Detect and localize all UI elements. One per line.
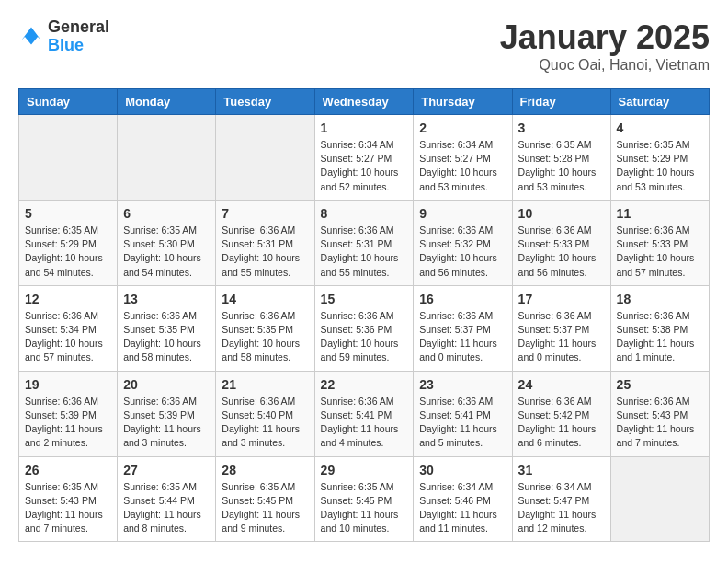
day-info: Sunrise: 6:35 AM Sunset: 5:45 PM Dayligh… xyxy=(321,480,408,536)
day-info: Sunrise: 6:34 AM Sunset: 5:27 PM Dayligh… xyxy=(321,138,408,194)
calendar-cell: 9Sunrise: 6:36 AM Sunset: 5:32 PM Daylig… xyxy=(414,200,512,285)
calendar-week-5: 26Sunrise: 6:35 AM Sunset: 5:43 PM Dayli… xyxy=(19,456,710,542)
day-info: Sunrise: 6:36 AM Sunset: 5:37 PM Dayligh… xyxy=(518,309,605,365)
column-header-friday: Friday xyxy=(512,89,610,115)
day-info: Sunrise: 6:35 AM Sunset: 5:44 PM Dayligh… xyxy=(123,480,210,536)
calendar-cell: 17Sunrise: 6:36 AM Sunset: 5:37 PM Dayli… xyxy=(512,285,610,371)
day-info: Sunrise: 6:34 AM Sunset: 5:47 PM Dayligh… xyxy=(518,480,605,536)
calendar-cell: 14Sunrise: 6:36 AM Sunset: 5:35 PM Dayli… xyxy=(216,285,314,371)
day-number: 12 xyxy=(25,292,111,306)
day-info: Sunrise: 6:35 AM Sunset: 5:28 PM Dayligh… xyxy=(518,138,605,194)
calendar-cell: 11Sunrise: 6:36 AM Sunset: 5:33 PM Dayli… xyxy=(610,200,709,285)
day-info: Sunrise: 6:36 AM Sunset: 5:31 PM Dayligh… xyxy=(222,224,308,280)
day-number: 24 xyxy=(518,377,605,392)
day-info: Sunrise: 6:36 AM Sunset: 5:43 PM Dayligh… xyxy=(617,395,703,451)
calendar-cell: 24Sunrise: 6:36 AM Sunset: 5:42 PM Dayli… xyxy=(512,371,610,456)
logo: General Blue xyxy=(18,18,109,55)
calendar-cell: 20Sunrise: 6:36 AM Sunset: 5:39 PM Dayli… xyxy=(118,371,216,456)
column-header-saturday: Saturday xyxy=(610,89,709,115)
day-number: 27 xyxy=(123,463,210,477)
day-number: 19 xyxy=(25,377,111,392)
calendar-cell: 21Sunrise: 6:36 AM Sunset: 5:40 PM Dayli… xyxy=(216,371,314,456)
calendar-cell xyxy=(216,115,314,201)
calendar-cell: 7Sunrise: 6:36 AM Sunset: 5:31 PM Daylig… xyxy=(216,200,314,285)
page-header: General Blue January 2025 Quoc Oai, Hano… xyxy=(18,18,710,74)
day-info: Sunrise: 6:36 AM Sunset: 5:42 PM Dayligh… xyxy=(518,395,605,451)
calendar-title: January 2025 xyxy=(500,18,710,57)
day-info: Sunrise: 6:35 AM Sunset: 5:45 PM Dayligh… xyxy=(222,480,308,536)
calendar-cell: 5Sunrise: 6:35 AM Sunset: 5:29 PM Daylig… xyxy=(19,200,118,285)
day-info: Sunrise: 6:35 AM Sunset: 5:43 PM Dayligh… xyxy=(25,480,111,536)
day-number: 26 xyxy=(25,463,111,477)
day-number: 10 xyxy=(518,206,605,221)
calendar-week-2: 5Sunrise: 6:35 AM Sunset: 5:29 PM Daylig… xyxy=(19,200,710,285)
calendar-cell: 8Sunrise: 6:36 AM Sunset: 5:31 PM Daylig… xyxy=(314,200,414,285)
title-block: January 2025 Quoc Oai, Hanoi, Vietnam xyxy=(500,18,710,74)
calendar-cell: 27Sunrise: 6:35 AM Sunset: 5:44 PM Dayli… xyxy=(118,456,216,542)
day-info: Sunrise: 6:36 AM Sunset: 5:34 PM Dayligh… xyxy=(25,309,111,365)
calendar-cell: 3Sunrise: 6:35 AM Sunset: 5:28 PM Daylig… xyxy=(512,115,610,201)
column-header-sunday: Sunday xyxy=(19,89,118,115)
calendar-cell xyxy=(118,115,216,201)
day-number: 5 xyxy=(25,206,111,221)
calendar-cell: 12Sunrise: 6:36 AM Sunset: 5:34 PM Dayli… xyxy=(19,285,118,371)
calendar-week-3: 12Sunrise: 6:36 AM Sunset: 5:34 PM Dayli… xyxy=(19,285,710,371)
day-info: Sunrise: 6:35 AM Sunset: 5:29 PM Dayligh… xyxy=(25,224,111,280)
day-number: 8 xyxy=(321,206,408,221)
column-header-tuesday: Tuesday xyxy=(216,89,314,115)
day-number: 29 xyxy=(321,463,408,477)
day-number: 7 xyxy=(222,206,308,221)
day-number: 14 xyxy=(222,292,308,306)
day-number: 28 xyxy=(222,463,308,477)
day-info: Sunrise: 6:36 AM Sunset: 5:33 PM Dayligh… xyxy=(518,224,605,280)
day-number: 4 xyxy=(617,121,703,135)
day-number: 15 xyxy=(321,292,408,306)
logo-text: General Blue xyxy=(48,18,109,55)
day-info: Sunrise: 6:36 AM Sunset: 5:35 PM Dayligh… xyxy=(123,309,210,365)
calendar-week-1: 1Sunrise: 6:34 AM Sunset: 5:27 PM Daylig… xyxy=(19,115,710,201)
calendar-cell: 29Sunrise: 6:35 AM Sunset: 5:45 PM Dayli… xyxy=(314,456,414,542)
calendar-cell: 19Sunrise: 6:36 AM Sunset: 5:39 PM Dayli… xyxy=(19,371,118,456)
day-info: Sunrise: 6:36 AM Sunset: 5:35 PM Dayligh… xyxy=(222,309,308,365)
calendar-cell: 30Sunrise: 6:34 AM Sunset: 5:46 PM Dayli… xyxy=(414,456,512,542)
day-number: 2 xyxy=(419,121,506,135)
day-info: Sunrise: 6:34 AM Sunset: 5:27 PM Dayligh… xyxy=(419,138,506,194)
column-header-monday: Monday xyxy=(118,89,216,115)
day-number: 25 xyxy=(617,377,703,392)
svg-marker-0 xyxy=(22,27,41,44)
day-number: 31 xyxy=(518,463,605,477)
logo-general: General xyxy=(48,18,109,37)
calendar-cell: 26Sunrise: 6:35 AM Sunset: 5:43 PM Dayli… xyxy=(19,456,118,542)
day-info: Sunrise: 6:36 AM Sunset: 5:41 PM Dayligh… xyxy=(321,395,408,451)
day-number: 22 xyxy=(321,377,408,392)
column-header-wednesday: Wednesday xyxy=(314,89,414,115)
day-info: Sunrise: 6:36 AM Sunset: 5:38 PM Dayligh… xyxy=(617,309,703,365)
calendar-cell: 22Sunrise: 6:36 AM Sunset: 5:41 PM Dayli… xyxy=(314,371,414,456)
calendar-week-4: 19Sunrise: 6:36 AM Sunset: 5:39 PM Dayli… xyxy=(19,371,710,456)
calendar-header-row: SundayMondayTuesdayWednesdayThursdayFrid… xyxy=(19,89,710,115)
day-info: Sunrise: 6:34 AM Sunset: 5:46 PM Dayligh… xyxy=(419,480,506,536)
calendar-table: SundayMondayTuesdayWednesdayThursdayFrid… xyxy=(18,88,710,542)
day-info: Sunrise: 6:36 AM Sunset: 5:31 PM Dayligh… xyxy=(321,224,408,280)
day-number: 1 xyxy=(321,121,408,135)
day-number: 21 xyxy=(222,377,308,392)
day-number: 30 xyxy=(419,463,506,477)
calendar-cell: 18Sunrise: 6:36 AM Sunset: 5:38 PM Dayli… xyxy=(610,285,709,371)
calendar-cell: 23Sunrise: 6:36 AM Sunset: 5:41 PM Dayli… xyxy=(414,371,512,456)
calendar-cell: 4Sunrise: 6:35 AM Sunset: 5:29 PM Daylig… xyxy=(610,115,709,201)
calendar-cell: 25Sunrise: 6:36 AM Sunset: 5:43 PM Dayli… xyxy=(610,371,709,456)
day-number: 3 xyxy=(518,121,605,135)
day-number: 23 xyxy=(419,377,506,392)
column-header-thursday: Thursday xyxy=(414,89,512,115)
calendar-cell: 10Sunrise: 6:36 AM Sunset: 5:33 PM Dayli… xyxy=(512,200,610,285)
day-info: Sunrise: 6:36 AM Sunset: 5:33 PM Dayligh… xyxy=(617,224,703,280)
day-number: 20 xyxy=(123,377,210,392)
day-info: Sunrise: 6:36 AM Sunset: 5:37 PM Dayligh… xyxy=(419,309,506,365)
day-number: 17 xyxy=(518,292,605,306)
calendar-cell: 16Sunrise: 6:36 AM Sunset: 5:37 PM Dayli… xyxy=(414,285,512,371)
day-info: Sunrise: 6:36 AM Sunset: 5:36 PM Dayligh… xyxy=(321,309,408,365)
day-info: Sunrise: 6:36 AM Sunset: 5:39 PM Dayligh… xyxy=(123,395,210,451)
day-number: 9 xyxy=(419,206,506,221)
calendar-cell: 6Sunrise: 6:35 AM Sunset: 5:30 PM Daylig… xyxy=(118,200,216,285)
logo-icon xyxy=(18,24,44,50)
